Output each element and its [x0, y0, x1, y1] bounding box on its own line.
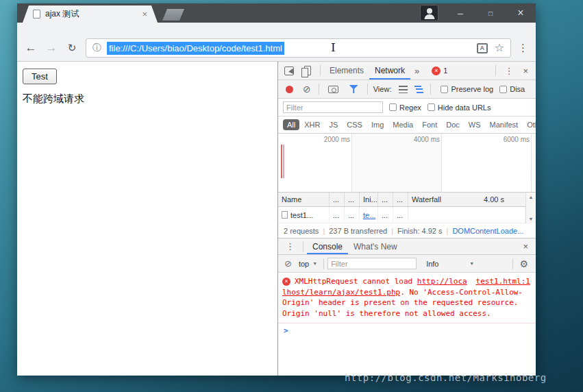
load-event-line — [281, 145, 282, 178]
timeline-label: 2000 ms — [313, 136, 350, 143]
column-initiator[interactable]: Ini... — [360, 193, 378, 206]
regex-label: Regex — [399, 103, 421, 112]
devtools-menu-icon[interactable]: ⋮ — [499, 66, 518, 76]
tab-network[interactable]: Network — [369, 62, 410, 79]
type-filter-all[interactable]: All — [283, 119, 299, 130]
maximize-button[interactable]: □ — [475, 3, 506, 23]
type-filter-ws[interactable]: WS — [464, 119, 485, 130]
divider — [320, 65, 321, 76]
device-toolbar-icon[interactable] — [304, 66, 311, 75]
network-requests-table: Name ... ... Ini... ... ... Waterfall 4.… — [278, 193, 536, 223]
type-filter-xhr[interactable]: XHR — [300, 119, 324, 130]
timeline-label: 4000 ms — [403, 136, 440, 143]
context-selector[interactable]: top ▼ — [299, 260, 317, 268]
scroll-up-icon[interactable]: ▲ — [529, 195, 534, 199]
column-waterfall[interactable]: Waterfall 4.00 s — [408, 193, 525, 206]
console-settings-gear-icon[interactable]: ⚙ — [517, 258, 531, 269]
drawer-close-icon[interactable]: × — [518, 241, 533, 252]
context-value: top — [299, 260, 309, 268]
summary-finish: Finish: 4.92 s — [397, 227, 442, 235]
drawer-menu-icon[interactable]: ⋮ — [281, 241, 299, 252]
bookmark-star-icon[interactable]: ☆ — [495, 42, 504, 53]
tab-close-icon[interactable]: × — [142, 10, 147, 19]
profile-avatar-icon[interactable] — [420, 5, 438, 21]
inspect-element-icon[interactable] — [284, 66, 294, 75]
more-tabs-icon[interactable]: » — [410, 66, 423, 76]
scroll-down-icon[interactable]: ▼ — [529, 217, 534, 221]
request-waterfall-cell — [408, 207, 525, 223]
browser-toolbar: ← → ↻ ⓘ file:///C:/Users/biao/Desktop/co… — [17, 23, 536, 62]
error-icon: × — [282, 278, 290, 286]
console-prompt[interactable]: > — [278, 323, 536, 338]
page-content: Test 不能跨域请求 — [17, 62, 277, 376]
table-scrollbar[interactable]: ▲ ▼ — [525, 193, 536, 223]
type-filter-doc[interactable]: Doc — [442, 119, 464, 130]
back-button[interactable]: ← — [21, 41, 41, 55]
summary-dcl-link[interactable]: DOMContentLoade... — [452, 227, 523, 235]
translate-icon[interactable]: A — [477, 43, 488, 53]
test-button[interactable]: Test — [23, 69, 57, 84]
table-header-row: Name ... ... Ini... ... ... Waterfall 4.… — [278, 193, 536, 207]
new-tab-button[interactable] — [162, 9, 184, 21]
column-type[interactable]: ... — [345, 193, 360, 206]
view-label: View: — [373, 85, 392, 93]
request-initiator-cell: te... — [360, 207, 378, 223]
tab-elements[interactable]: Elements — [324, 62, 369, 79]
devtools-close-icon[interactable]: × — [518, 66, 533, 76]
error-source-link[interactable]: test1.html:1 — [476, 276, 530, 287]
log-level-value: Info — [426, 260, 438, 268]
initiator-link[interactable]: te... — [363, 211, 375, 219]
regex-checkbox[interactable] — [389, 103, 397, 111]
timeline-label: 6000 ms — [493, 136, 530, 143]
console-error-badge[interactable]: × 1 — [432, 66, 447, 75]
disable-cache-checkbox[interactable] — [499, 86, 507, 93]
network-filter-input[interactable] — [283, 101, 383, 113]
show-overview-icon[interactable] — [414, 86, 423, 93]
refresh-button[interactable]: ↻ — [62, 42, 82, 54]
divider — [303, 241, 303, 252]
column-size[interactable]: ... — [378, 193, 393, 206]
divider — [430, 84, 431, 95]
type-filter-font[interactable]: Font — [418, 119, 441, 130]
type-filter-img[interactable]: Img — [367, 119, 388, 130]
clear-requests-icon[interactable]: ⊘ — [303, 84, 311, 94]
clear-console-icon[interactable]: ⊘ — [284, 259, 292, 268]
column-name[interactable]: Name — [278, 193, 330, 206]
log-level-selector[interactable]: Info ▼ — [426, 260, 474, 268]
network-overview-timeline[interactable]: 2000 ms 4000 ms 6000 ms — [278, 134, 536, 193]
large-rows-icon[interactable] — [399, 86, 408, 93]
close-button[interactable]: × — [506, 3, 536, 23]
page-info-icon[interactable]: ⓘ — [92, 42, 101, 54]
network-toolbar: ⊘ View: Preserve log Disa — [278, 80, 536, 99]
tab-title: ajax 测试 — [45, 8, 138, 20]
type-filter-js[interactable]: JS — [325, 119, 342, 130]
address-bar[interactable]: ⓘ file:///C:/Users/biao/Desktop/code/tes… — [86, 38, 511, 58]
chevron-down-icon: ▼ — [469, 261, 474, 266]
request-type-cell: ... — [345, 207, 360, 223]
browser-menu-icon[interactable]: ⋮ — [514, 42, 532, 54]
preserve-log-checkbox[interactable] — [441, 86, 448, 93]
column-status[interactable]: ... — [330, 193, 345, 206]
filter-funnel-icon[interactable] — [349, 85, 358, 93]
type-filter-media[interactable]: Media — [388, 119, 417, 130]
forward-button[interactable]: → — [41, 41, 62, 55]
record-button[interactable] — [286, 86, 293, 93]
browser-tab[interactable]: ajax 测试 × — [23, 5, 158, 23]
console-filter-input[interactable] — [327, 258, 417, 269]
titlebar[interactable]: ajax 测试 × – □ × — [17, 3, 536, 23]
type-filter-other[interactable]: Other — [523, 119, 536, 130]
network-request-row[interactable]: test1... ... ... te... ... ... — [278, 207, 536, 223]
url-text-selected[interactable]: file:///C:/Users/biao/Desktop/code/test1… — [107, 42, 284, 55]
tab-console[interactable]: Console — [307, 238, 348, 254]
type-filter-css[interactable]: CSS — [343, 119, 367, 130]
tab-whats-new[interactable]: What's New — [348, 238, 403, 254]
console-error-message: test1.html:1 × XMLHttpRequest cannot loa… — [278, 273, 536, 323]
request-status-cell: ... — [330, 207, 345, 223]
column-time[interactable]: ... — [393, 193, 408, 206]
screenshot-capture-icon[interactable] — [328, 86, 338, 93]
type-filter-manifest[interactable]: Manifest — [486, 119, 523, 130]
minimize-button[interactable]: – — [445, 3, 475, 23]
summary-separator: | — [323, 227, 325, 235]
network-filter-row: Regex Hide data URLs — [278, 99, 536, 117]
hide-data-urls-checkbox[interactable] — [427, 103, 435, 111]
